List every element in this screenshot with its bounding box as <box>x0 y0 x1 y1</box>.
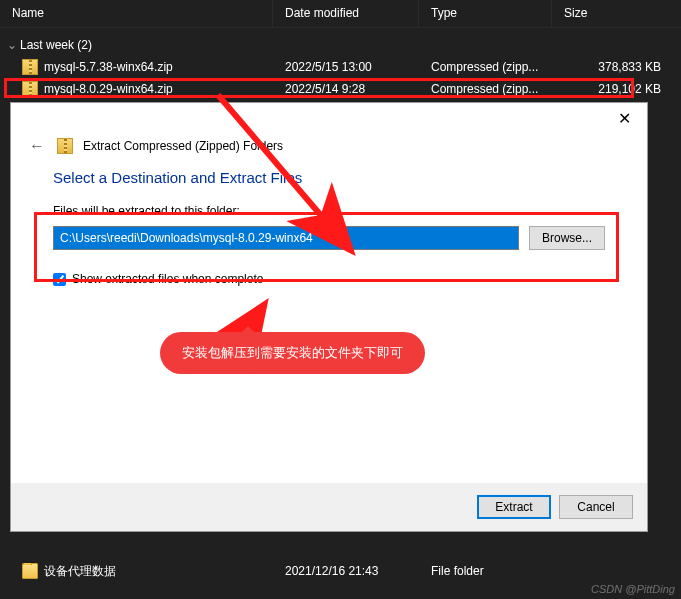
annotation-text: 安装包解压到需要安装的文件夹下即可 <box>182 345 403 360</box>
chevron-down-icon: ⌄ <box>6 38 18 52</box>
dialog-footer: Extract Cancel <box>11 483 647 531</box>
zip-icon <box>22 59 38 75</box>
file-size: 378,833 KB <box>552 60 681 74</box>
extract-button[interactable]: Extract <box>477 495 551 519</box>
back-icon[interactable]: ← <box>29 137 47 155</box>
col-name[interactable]: Name <box>0 0 273 27</box>
dialog-heading: Select a Destination and Extract Files <box>53 169 605 186</box>
folder-icon <box>22 563 38 579</box>
file-type: File folder <box>419 564 552 578</box>
dialog-body: Select a Destination and Extract Files F… <box>11 169 647 483</box>
table-row[interactable]: 设备代理数据 2021/12/16 21:43 File folder <box>0 560 681 582</box>
col-type[interactable]: Type <box>419 0 552 27</box>
close-icon: ✕ <box>618 109 631 128</box>
watermark: CSDN @PittDing <box>591 583 675 595</box>
dialog-titlebar: ✕ <box>11 103 647 133</box>
checkbox-label: Show extracted files when complete <box>72 272 263 286</box>
table-row[interactable]: mysql-5.7.38-winx64.zip 2022/5/15 13:00 … <box>0 56 681 78</box>
file-name: 设备代理数据 <box>44 563 116 580</box>
extract-path-input[interactable] <box>53 226 519 250</box>
group-header[interactable]: ⌄ Last week (2) <box>0 28 681 56</box>
extract-dialog: ✕ ← Extract Compressed (Zipped) Folders … <box>10 102 648 532</box>
col-size[interactable]: Size <box>552 0 681 27</box>
zip-icon <box>22 81 38 97</box>
file-date: 2022/5/15 13:00 <box>273 60 419 74</box>
file-name: mysql-8.0.29-winx64.zip <box>44 82 173 96</box>
close-button[interactable]: ✕ <box>601 103 647 133</box>
file-date: 2022/5/14 9:28 <box>273 82 419 96</box>
file-type: Compressed (zipp... <box>419 82 552 96</box>
file-explorer: Name Date modified Type Size ⌄ Last week… <box>0 0 681 599</box>
annotation-bubble: 安装包解压到需要安装的文件夹下即可 <box>160 332 425 374</box>
path-label: Files will be extracted to this folder: <box>53 204 605 218</box>
file-name: mysql-5.7.38-winx64.zip <box>44 60 173 74</box>
file-type: Compressed (zipp... <box>419 60 552 74</box>
column-header-row: Name Date modified Type Size <box>0 0 681 28</box>
col-date[interactable]: Date modified <box>273 0 419 27</box>
browse-button[interactable]: Browse... <box>529 226 605 250</box>
zip-icon <box>57 138 73 154</box>
file-date: 2021/12/16 21:43 <box>273 564 419 578</box>
show-extracted-checkbox[interactable]: Show extracted files when complete <box>53 272 605 286</box>
checkbox-icon[interactable] <box>53 273 66 286</box>
file-size: 219,102 KB <box>552 82 681 96</box>
dialog-title: Extract Compressed (Zipped) Folders <box>83 139 283 153</box>
dialog-header: ← Extract Compressed (Zipped) Folders <box>11 133 647 169</box>
cancel-button[interactable]: Cancel <box>559 495 633 519</box>
group-label: Last week (2) <box>20 38 92 52</box>
table-row[interactable]: mysql-8.0.29-winx64.zip 2022/5/14 9:28 C… <box>0 78 681 100</box>
